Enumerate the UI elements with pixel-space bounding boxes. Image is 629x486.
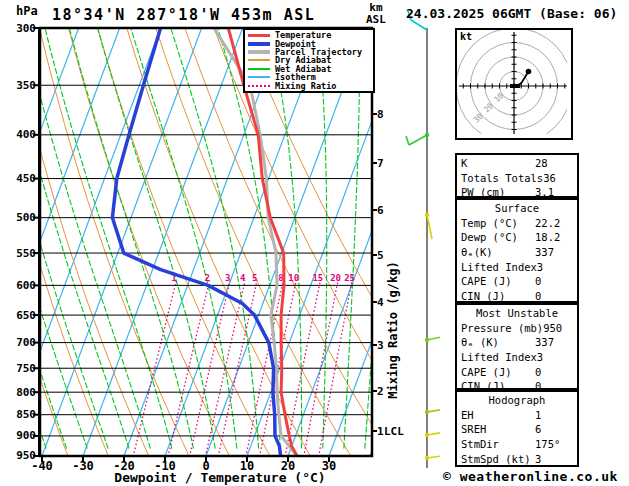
copyright: © weatheronline.co.uk — [443, 469, 618, 484]
table-row: Temp (°C)22.2 — [461, 216, 573, 231]
table-row: EH1 — [461, 408, 573, 423]
row-label: θₑ(K) — [461, 246, 535, 258]
row-label: PW (cm) — [461, 186, 535, 198]
row-label: Dewp (°C) — [461, 231, 535, 243]
datetime-label: 24.03.2025 06GMT (Base: 06) — [406, 6, 617, 21]
mixing-ratio-axis-label: Mixing Ratio (g/kg) — [386, 230, 400, 430]
table-row: θₑ(K)337 — [461, 245, 573, 260]
row-label: K — [461, 157, 535, 169]
table-row: CIN (J)0 — [461, 289, 573, 304]
table-row: Lifted Index3 — [461, 350, 573, 365]
row-label: CAPE (J) — [461, 366, 535, 378]
altitude-axis-unit: km ASL — [366, 2, 386, 26]
row-value: 22.2 — [535, 217, 573, 229]
row-label: Totals Totals — [461, 172, 543, 184]
km-tick-label: 7 — [377, 157, 397, 170]
legend-swatch-temperature — [248, 34, 270, 37]
row-value: 28 — [535, 157, 573, 169]
pressure-tick-label: 850 — [4, 408, 36, 421]
pressure-tick-label: 600 — [4, 279, 36, 292]
legend-item: Mixing Ratio — [248, 81, 373, 89]
table-row: Pressure (mb)950 — [461, 321, 573, 336]
svg-text:5: 5 — [252, 273, 257, 283]
row-label: CIN (J) — [461, 290, 535, 302]
legend-swatch-isotherm — [248, 76, 270, 78]
row-value: 0 — [535, 290, 573, 302]
table-row: SREH6 — [461, 422, 573, 437]
row-value: 3.1 — [535, 186, 573, 198]
table-row: Dewp (°C)18.2 — [461, 230, 573, 245]
row-label: StmDir — [461, 438, 535, 450]
legend-swatch-wet-adiabat — [248, 68, 270, 70]
legend-swatch-dry-adiabat — [248, 59, 270, 61]
page-title: 18°34'N 287°18'W 453m ASL — [52, 6, 315, 24]
pressure-tick-label: 300 — [4, 22, 36, 35]
row-label: Lifted Index — [461, 351, 537, 363]
surface-table: SurfaceTemp (°C)22.2Dewp (°C)18.2θₑ(K)33… — [455, 198, 579, 303]
row-value: 337 — [535, 336, 573, 348]
row-label: Temp (°C) — [461, 217, 535, 229]
row-value: 6 — [535, 423, 573, 435]
legend-swatch-mixing-ratio — [248, 85, 270, 87]
pressure-axis-unit: hPa — [16, 4, 38, 18]
table-row: θₑ (K)337 — [461, 335, 573, 350]
row-value: 950 — [543, 322, 573, 334]
pressure-tick-label: 500 — [4, 211, 36, 224]
row-label: SREH — [461, 423, 535, 435]
row-label: EH — [461, 409, 535, 421]
table-row: StmDir175° — [461, 437, 573, 452]
hodograph-plot: 102030 — [457, 30, 567, 134]
km-tick-label: 6 — [377, 204, 397, 217]
row-value: 1 — [535, 409, 573, 421]
hodograph-unit-label: kt — [460, 31, 472, 42]
row-value: 175° — [535, 438, 573, 450]
pressure-tick-label: 750 — [4, 362, 36, 375]
row-value: 3 — [535, 453, 573, 465]
svg-text:20: 20 — [482, 101, 495, 114]
row-label: θₑ (K) — [461, 336, 535, 348]
legend-swatch-dewpoint — [248, 42, 270, 46]
svg-text:20: 20 — [330, 273, 341, 283]
pressure-tick-label: 350 — [4, 79, 36, 92]
table-header: Surface — [461, 201, 573, 216]
row-value: 3 — [537, 351, 573, 363]
most-unstable-table: Most UnstablePressure (mb)950θₑ (K)337Li… — [455, 303, 579, 390]
table-row: StmSpd (kt)3 — [461, 451, 573, 466]
row-value: 3 — [537, 261, 573, 273]
row-value: 0 — [535, 366, 573, 378]
row-label: CAPE (J) — [461, 275, 535, 287]
svg-text:4: 4 — [240, 273, 246, 283]
table-row: CAPE (J)0 — [461, 364, 573, 379]
table-row: K28 — [461, 156, 573, 171]
svg-text:10: 10 — [492, 91, 505, 104]
row-label: Pressure (mb) — [461, 322, 543, 334]
svg-text:15: 15 — [312, 273, 323, 283]
sounding-screenshot: 12345810152025 hPa 18°34'N 287°18'W 453m… — [0, 0, 629, 486]
row-label: StmSpd (kt) — [461, 453, 535, 465]
x-axis-label: Dewpoint / Temperature (°C) — [70, 470, 370, 485]
pressure-tick-label: 450 — [4, 172, 36, 185]
table-header: Hodograph — [461, 393, 573, 408]
row-value: 36 — [543, 172, 573, 184]
pressure-tick-label: 800 — [4, 386, 36, 399]
altitude-unit-asl: ASL — [366, 14, 386, 26]
row-label: Lifted Index — [461, 261, 537, 273]
row-value: 0 — [535, 275, 573, 287]
pressure-tick-label: 700 — [4, 336, 36, 349]
table-row: Lifted Index3 — [461, 259, 573, 274]
svg-text:3: 3 — [225, 273, 230, 283]
indices-table: K28Totals Totals36PW (cm)3.1 — [455, 153, 579, 198]
row-value: 18.2 — [535, 231, 573, 243]
svg-text:30: 30 — [472, 111, 485, 124]
table-header: Most Unstable — [461, 306, 573, 321]
svg-text:2: 2 — [204, 273, 209, 283]
svg-text:10: 10 — [288, 273, 299, 283]
pressure-tick-label: 550 — [4, 247, 36, 260]
hodograph-table: HodographEH1SREH6StmDir175°StmSpd (kt)3 — [455, 390, 579, 467]
pressure-tick-label: 900 — [4, 429, 36, 442]
legend-swatch-parcel-trajectory — [248, 50, 270, 54]
row-value: 337 — [535, 246, 573, 258]
legend: TemperatureDewpointParcel TrajectoryDry … — [243, 28, 375, 93]
legend-label: Mixing Ratio — [275, 81, 336, 91]
table-row: Totals Totals36 — [461, 171, 573, 186]
